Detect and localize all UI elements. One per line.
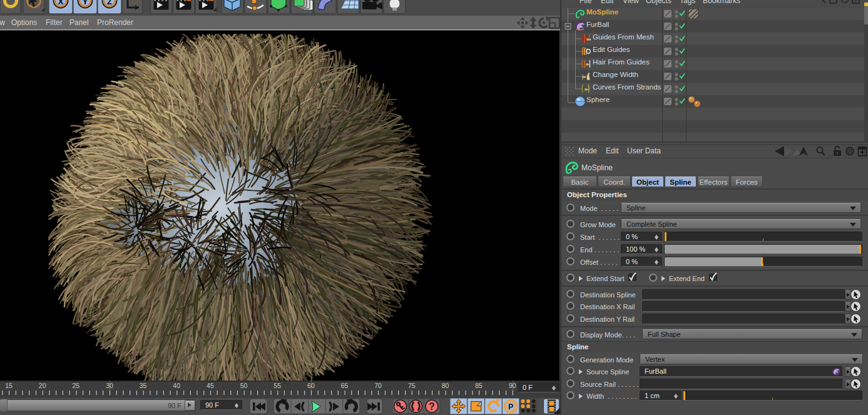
svg-text:55: 55 [273,382,281,389]
svg-text:P: P [508,402,513,411]
svg-text:45: 45 [207,382,214,389]
svg-text:Z: Z [107,0,112,6]
svg-text:75: 75 [408,382,416,389]
svg-text:Y: Y [83,0,88,6]
svg-text:25: 25 [72,382,79,389]
svg-text:35: 35 [140,382,147,389]
svg-text:?: ? [429,401,435,412]
svg-text:X: X [58,0,64,6]
svg-text:30: 30 [106,382,113,389]
svg-text:80: 80 [442,382,449,389]
svg-text:40: 40 [173,382,180,389]
svg-text:15: 15 [5,382,13,389]
svg-text:65: 65 [341,382,349,389]
svg-text:90: 90 [509,382,516,389]
svg-text:60: 60 [307,382,315,389]
svg-text:20: 20 [39,382,46,389]
svg-text:85: 85 [475,382,483,389]
svg-text:50: 50 [240,382,248,389]
svg-text:70: 70 [374,382,382,389]
